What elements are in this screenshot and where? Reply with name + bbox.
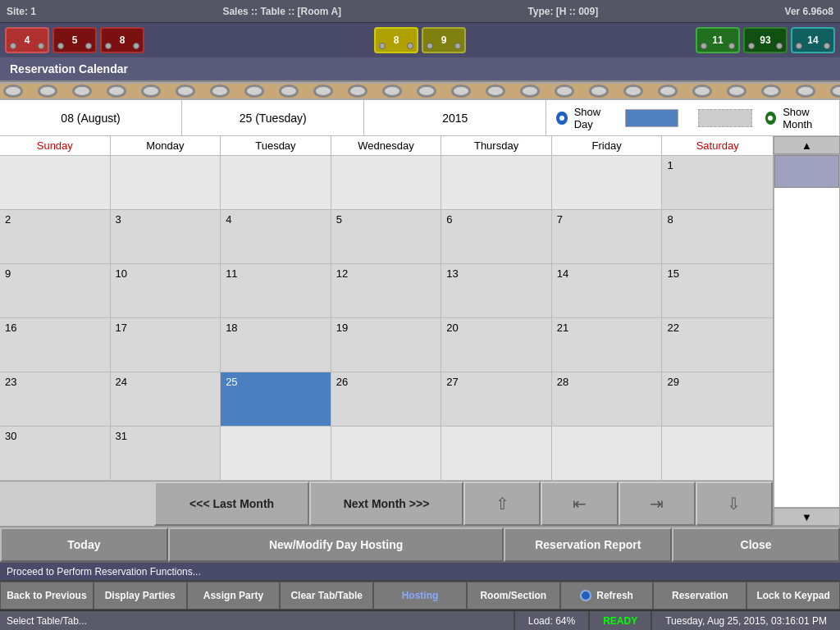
binder-ring <box>830 84 840 98</box>
day-headers: Sunday Monday Tuesday Wednesday Thursday… <box>0 136 773 156</box>
lock-keypad-btn[interactable]: Lock to Keypad <box>746 582 840 609</box>
show-day-radio-circle[interactable] <box>556 112 567 125</box>
last-month-btn[interactable]: <<< Last Month <box>154 482 308 526</box>
button-tray: 4 5 8 8 9 11 93 14 <box>0 23 840 57</box>
calendar-day-23[interactable]: 23 <box>0 372 111 427</box>
calendar-day-15[interactable]: 15 <box>662 264 773 318</box>
show-day-radio[interactable]: Show Day <box>556 106 612 130</box>
calendar-day-9[interactable]: 9 <box>0 264 111 318</box>
calendar-day-6[interactable]: 6 <box>441 210 552 264</box>
reservation-btn[interactable]: Reservation <box>653 582 746 609</box>
calendar-day-18[interactable]: 18 <box>221 318 331 372</box>
day-header-wednesday: Wednesday <box>331 136 442 155</box>
calendar-day-17[interactable]: 17 <box>111 318 221 372</box>
binder-ring <box>244 84 264 98</box>
calendar-day-empty[interactable] <box>221 427 331 481</box>
calendar-day-27[interactable]: 27 <box>441 372 552 427</box>
calendar-day-empty[interactable] <box>111 156 221 210</box>
calendar-day-26[interactable]: 26 <box>331 372 442 427</box>
calendar-day-empty[interactable] <box>221 156 331 210</box>
arrow-right-btn[interactable]: ⇥ <box>619 482 696 526</box>
tray-btn-9[interactable]: 9 <box>422 27 466 53</box>
action-row: Today New/Modify Day Hosting Reservation… <box>0 526 840 562</box>
calendar-day-20[interactable]: 20 <box>441 318 552 372</box>
arrow-down-btn[interactable]: ⇩ <box>696 482 773 526</box>
arrow-left-btn[interactable]: ⇤ <box>541 482 618 526</box>
calendar-day-4[interactable]: 4 <box>221 210 331 264</box>
calendar-day-13[interactable]: 13 <box>441 264 552 318</box>
binder-ring <box>279 84 299 98</box>
calendar-day-25[interactable]: 25 <box>221 372 331 427</box>
calendar-day-31[interactable]: 31 <box>111 427 221 481</box>
tray-btn-8b[interactable]: 8 <box>374 27 418 53</box>
reservation-report-btn[interactable]: Reservation Report <box>504 527 672 562</box>
calendar-day-1[interactable]: 1 <box>662 156 773 210</box>
calendar-day-empty[interactable] <box>441 156 552 210</box>
tray-btn-14[interactable]: 14 <box>791 27 835 53</box>
show-month-radio[interactable]: Show Month <box>765 106 829 130</box>
calendar-day-24[interactable]: 24 <box>111 372 221 427</box>
scroll-thumb[interactable] <box>774 155 839 188</box>
calendar-day-empty[interactable] <box>552 156 663 210</box>
calendar-day-12[interactable]: 12 <box>331 264 442 318</box>
calendar-day-empty[interactable] <box>331 427 442 481</box>
assign-party-btn[interactable]: Assign Party <box>187 582 281 609</box>
calendar-day-empty[interactable] <box>331 156 442 210</box>
close-btn[interactable]: Close <box>672 527 840 562</box>
binder-ring <box>589 84 609 98</box>
calendar-day-3[interactable]: 3 <box>111 210 221 264</box>
calendar-day-empty[interactable] <box>441 427 552 481</box>
binder-ring <box>210 84 230 98</box>
calendar-main: Sunday Monday Tuesday Wednesday Thursday… <box>0 136 773 526</box>
calendar-day-11[interactable]: 11 <box>221 264 331 318</box>
tray-btn-5[interactable]: 5 <box>52 27 97 53</box>
back-btn[interactable]: Back to Previous <box>0 582 94 609</box>
binder-ring <box>176 84 195 98</box>
mini-cal-empty <box>698 109 751 127</box>
calendar-day-21[interactable]: 21 <box>552 318 663 372</box>
calendar-day-29[interactable]: 29 <box>662 372 773 427</box>
calendar-day-10[interactable]: 10 <box>111 264 221 318</box>
today-btn[interactable]: Today <box>0 527 168 562</box>
refresh-btn[interactable]: Refresh <box>560 582 654 609</box>
binder-ring <box>658 84 678 98</box>
calendar-day-14[interactable]: 14 <box>552 264 663 318</box>
scroll-area[interactable] <box>774 154 840 508</box>
scroll-up-btn[interactable]: ▲ <box>774 136 840 154</box>
hosting-btn[interactable]: Hosting <box>373 582 467 609</box>
binder-ring <box>3 84 23 98</box>
month-selector[interactable]: 08 (August) <box>0 100 182 135</box>
calendar-day-30[interactable]: 30 <box>0 427 111 481</box>
clear-tab-btn[interactable]: Clear Tab/Table <box>280 582 373 609</box>
scroll-down-btn[interactable]: ▼ <box>774 508 840 526</box>
binder-ring <box>348 84 368 98</box>
bottom-toolbar: Back to Previous Display Parties Assign … <box>0 580 840 609</box>
tray-btn-11[interactable]: 11 <box>696 27 740 53</box>
calendar-day-22[interactable]: 22 <box>662 318 773 372</box>
calendar-day-16[interactable]: 16 <box>0 318 111 372</box>
room-section-btn[interactable]: Room/Section <box>467 582 560 609</box>
day-selector[interactable]: 25 (Tuesday) <box>182 100 364 135</box>
type-label: Type: [H :: 009] <box>527 6 598 17</box>
new-modify-btn[interactable]: New/Modify Day Hosting <box>168 527 504 562</box>
tray-btn-8a[interactable]: 8 <box>100 27 144 53</box>
show-month-radio-circle[interactable] <box>765 112 776 125</box>
calendar-day-7[interactable]: 7 <box>552 210 663 264</box>
calendar-day-19[interactable]: 19 <box>331 318 442 372</box>
calendar-day-empty[interactable] <box>662 427 773 481</box>
tray-btn-93[interactable]: 93 <box>743 27 788 53</box>
calendar-day-2[interactable]: 2 <box>0 210 111 264</box>
tray-btn-4[interactable]: 4 <box>5 27 49 53</box>
calendar-day-empty[interactable] <box>0 156 111 210</box>
calendar-day-28[interactable]: 28 <box>552 372 663 427</box>
arrow-up-btn[interactable]: ⇧ <box>463 482 541 526</box>
binder-ring <box>623 84 643 98</box>
calendar-day-8[interactable]: 8 <box>662 210 773 264</box>
display-parties-btn[interactable]: Display Parties <box>94 582 187 609</box>
binder-ring <box>727 84 746 98</box>
site-label: Site: 1 <box>7 6 36 17</box>
year-selector[interactable]: 2015 <box>364 100 546 135</box>
calendar-day-5[interactable]: 5 <box>331 210 442 264</box>
next-month-btn[interactable]: Next Month >>> <box>309 482 463 526</box>
calendar-day-empty[interactable] <box>552 427 663 481</box>
